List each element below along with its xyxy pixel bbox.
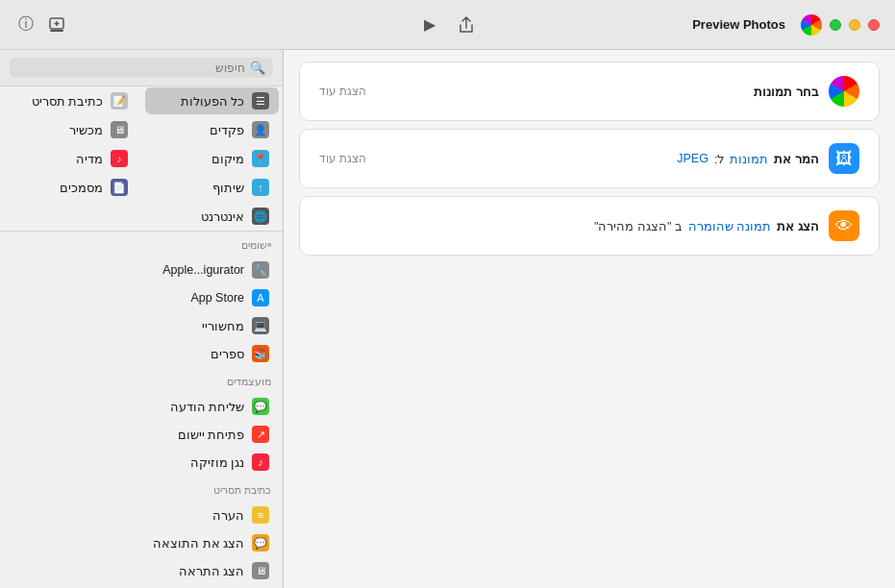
preview-suffix: ב "הצגה מהירה" bbox=[594, 219, 683, 233]
computer2-icon: 💻 bbox=[252, 317, 269, 334]
sidebar-item-script[interactable]: 📝 כתיבת תסריט bbox=[4, 87, 137, 114]
sidebar-item-send-message[interactable]: 💬 שליחת הודעה bbox=[4, 393, 279, 420]
play-music-icon: ♪ bbox=[252, 453, 269, 471]
convert-title: המר את bbox=[774, 152, 819, 166]
sidebar-item-all-actions[interactable]: ☰ כל הפעולות bbox=[145, 87, 279, 114]
minimize-button[interactable] bbox=[849, 19, 860, 31]
info-icon[interactable]: ⓘ bbox=[15, 14, 37, 36]
search-bar: 🔍 bbox=[0, 50, 283, 86]
photos-app-icon-card bbox=[829, 76, 859, 107]
sidebar-item-computer-2[interactable]: 💻 מחשוריי bbox=[4, 312, 279, 339]
title-bar-right: Preview Photos bbox=[692, 14, 880, 36]
convert-subtitle: המר את תמונות ל: JPEG bbox=[677, 152, 819, 166]
all-actions-icon: ☰ bbox=[252, 92, 269, 110]
svg-rect-1 bbox=[50, 30, 63, 32]
main-content: 🔍 ☰ כל הפעולות 👤 פקדים 📍 מיקום bbox=[0, 50, 895, 588]
title-bar-left: ⓘ bbox=[15, 14, 67, 36]
sidebar-col-right: ☰ כל הפעולות 👤 פקדים 📍 מיקום ↑ שיתוף 🌐 bbox=[141, 86, 283, 231]
shortcut-card-preview: 👁 הצג את תמונה שהומרה ב "הצגה מהירה" bbox=[299, 196, 880, 256]
add-more-convert[interactable]: הצגת עוד bbox=[319, 152, 366, 165]
play-icon[interactable]: ▶ bbox=[419, 14, 440, 36]
preview-link[interactable]: תמונה שהומרה bbox=[688, 219, 771, 233]
card-left-convert: 🖼 המר את תמונות ל: JPEG bbox=[677, 143, 859, 174]
script-section: כתיבת תסריט ≡ הערה 💬 הצג את התוצאה 🖥 הצג… bbox=[0, 477, 283, 588]
show-result-icon: 💬 bbox=[252, 534, 269, 551]
apple-configurator-icon: 🔧 bbox=[252, 261, 269, 279]
sidebar-col-left: 📝 כתיבת תסריט 🖥 מכשיר ♪ מדיה 📄 מסמכים bbox=[0, 86, 141, 231]
card-right-convert[interactable]: הצגת עוד bbox=[319, 152, 366, 165]
internet-icon: 🌐 bbox=[252, 208, 269, 225]
sidebar-item-sharing[interactable]: ↑ שיתוף bbox=[145, 174, 279, 201]
add-more-select[interactable]: הצגת עוד bbox=[319, 85, 366, 98]
sidebar-item-location[interactable]: 📍 מיקום bbox=[145, 145, 279, 172]
sidebar-item-note[interactable]: ≡ הערה bbox=[4, 502, 279, 528]
sidebar: 🔍 ☰ כל הפעולות 👤 פקדים 📍 מיקום bbox=[0, 50, 284, 588]
card-left-preview: 👁 הצג את תמונה שהומרה ב "הצגה מהירה" bbox=[594, 210, 859, 241]
note-icon: ≡ bbox=[252, 506, 269, 524]
sidebar-item-documents[interactable]: 📄 מסמכים bbox=[4, 174, 137, 201]
search-input-wrap[interactable]: 🔍 bbox=[10, 58, 273, 78]
apps-section: יישומים 🔧 Apple...igurator A App Store 💻… bbox=[0, 232, 283, 368]
documents-icon: 📄 bbox=[111, 179, 128, 196]
sidebar-item-show-result[interactable]: 💬 הצג את התוצאה bbox=[4, 529, 279, 556]
sidebar-item-apple-configurator[interactable]: 🔧 Apple...igurator bbox=[4, 257, 279, 283]
card-left-select-photos: בחר תמונות bbox=[754, 76, 859, 107]
format-link[interactable]: JPEG bbox=[677, 152, 709, 165]
preview-icon: 👁 bbox=[829, 210, 859, 241]
share-icon[interactable] bbox=[456, 14, 477, 36]
content-area: בחר תמונות הצגת עוד 🖼 המר את תמונות ל: J… bbox=[284, 50, 895, 588]
select-photos-title: בחר תמונות bbox=[754, 85, 819, 99]
app-store-icon: A bbox=[252, 289, 269, 306]
sidebar-item-internet[interactable]: 🌐 אינטרנט bbox=[145, 203, 279, 230]
search-input[interactable] bbox=[17, 61, 245, 75]
shortcut-card-convert: 🖼 המר את תמונות ל: JPEG הצגת עוד bbox=[299, 129, 880, 188]
sidebar-item-show-alert[interactable]: 🖥 הצג התראה bbox=[4, 557, 279, 584]
search-icon: 🔍 bbox=[250, 61, 265, 75]
preview-subtitle: הצג את תמונה שהומרה ב "הצגה מהירה" bbox=[594, 219, 819, 233]
sidebar-item-contacts[interactable]: 👤 פקדים bbox=[145, 116, 279, 143]
contacts-icon: 👤 bbox=[252, 121, 269, 138]
sharing-icon: ↑ bbox=[252, 179, 269, 196]
convert-icon: 🖼 bbox=[829, 143, 859, 174]
script-section-label: כתיבת תסריט bbox=[0, 477, 283, 501]
computer-icon: 🖥 bbox=[111, 121, 128, 138]
maximize-button[interactable] bbox=[830, 19, 841, 31]
sidebar-item-computer[interactable]: 🖥 מכשיר bbox=[4, 116, 137, 143]
sidebar-top-section: ☰ כל הפעולות 👤 פקדים 📍 מיקום ↑ שיתוף 🌐 bbox=[0, 86, 283, 232]
title-bar-center: ▶ bbox=[419, 14, 477, 36]
open-app-icon: ↗ bbox=[252, 426, 269, 443]
show-alert-icon: 🖥 bbox=[252, 562, 269, 579]
card-right-select-photos[interactable]: הצגת עוד bbox=[319, 85, 366, 98]
photos-app-icon bbox=[801, 14, 822, 36]
sidebar-item-play-music[interactable]: ♪ נגן מוזיקה bbox=[4, 449, 279, 476]
location-icon: 📍 bbox=[252, 150, 269, 167]
recommended-section-label: מועצמדים bbox=[0, 368, 283, 392]
sidebar-item-books[interactable]: 📚 ספרים bbox=[4, 340, 279, 367]
preview-title: הצג את bbox=[777, 219, 819, 233]
recommended-section: מועצמדים 💬 שליחת הודעה ↗ פתיחת יישום ♪ נ… bbox=[0, 368, 283, 477]
convert-to-label: ל: bbox=[714, 152, 724, 166]
apps-section-label: יישומים bbox=[0, 232, 283, 256]
title-bar: ⓘ ▶ Preview Photos bbox=[0, 0, 895, 50]
media-icon: ♪ bbox=[111, 150, 128, 167]
sidebar-item-app-store[interactable]: A App Store bbox=[4, 284, 279, 311]
close-button[interactable] bbox=[868, 19, 880, 31]
add-to-dock-icon[interactable] bbox=[46, 14, 67, 36]
books-icon: 📚 bbox=[252, 345, 269, 362]
window-title: Preview Photos bbox=[692, 17, 785, 32]
sidebar-item-open-app[interactable]: ↗ פתיחת יישום bbox=[4, 421, 279, 448]
sidebar-item-media[interactable]: ♪ מדיה bbox=[4, 145, 137, 172]
shortcut-card-select-photos: בחר תמונות הצגת עוד bbox=[299, 61, 880, 121]
send-message-icon: 💬 bbox=[252, 398, 269, 415]
convert-link[interactable]: תמונות bbox=[730, 152, 768, 166]
script-icon: 📝 bbox=[111, 92, 128, 110]
